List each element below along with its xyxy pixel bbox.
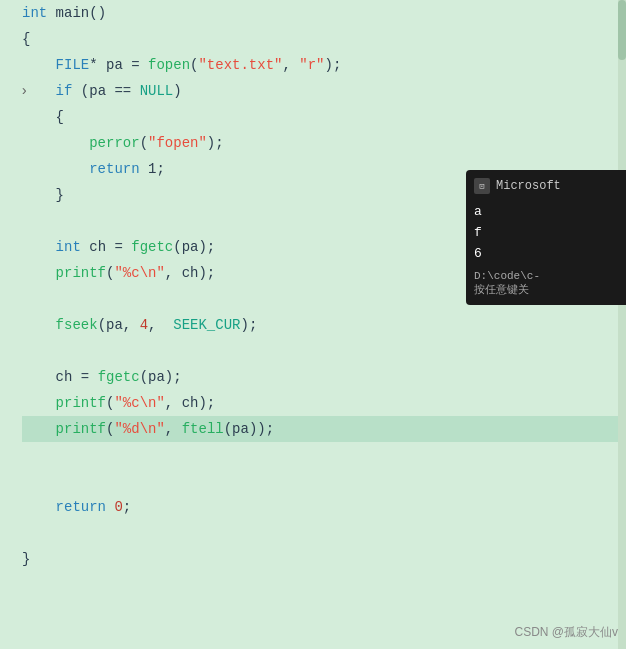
code-line <box>22 520 622 546</box>
code-text <box>22 494 56 520</box>
code-text: , <box>165 416 182 442</box>
code-text: printf <box>56 390 106 416</box>
terminal-line: f <box>474 223 618 244</box>
code-text: "%c\n" <box>114 390 164 416</box>
code-text <box>22 156 89 182</box>
code-text: fgetc <box>131 234 173 260</box>
code-text: ftell <box>182 416 224 442</box>
code-text: FILE <box>56 52 90 78</box>
code-line: } <box>22 546 622 572</box>
code-text: { <box>22 26 30 52</box>
code-text <box>22 312 56 338</box>
watermark: CSDN @孤寂大仙v <box>514 624 618 641</box>
code-text: ch = <box>22 364 98 390</box>
code-text: fgetc <box>98 364 140 390</box>
code-text: main() <box>47 0 106 26</box>
scrollbar-thumb[interactable] <box>618 0 626 60</box>
code-text: (pa, <box>98 312 140 338</box>
code-text: ); <box>240 312 257 338</box>
scrollbar[interactable] <box>618 0 626 649</box>
code-text: } <box>22 546 30 572</box>
code-line: perror("fopen"); <box>22 130 622 156</box>
code-text: , <box>282 52 299 78</box>
code-text <box>22 130 89 156</box>
code-text: "%d\n" <box>114 416 164 442</box>
code-text: perror <box>89 130 139 156</box>
code-text: return <box>89 156 139 182</box>
code-text: ( <box>106 260 114 286</box>
code-text: "fopen" <box>148 130 207 156</box>
code-text <box>22 390 56 416</box>
arrow-indicator: › <box>20 78 28 104</box>
code-text: 0 <box>114 494 122 520</box>
code-text: "%c\n" <box>114 260 164 286</box>
code-line: FILE* pa = fopen("text.txt", "r"); <box>22 52 622 78</box>
code-text: "text.txt" <box>198 52 282 78</box>
code-text: 1; <box>140 156 165 182</box>
code-text: ; <box>123 494 131 520</box>
terminal-output: a f 6 <box>474 202 618 264</box>
code-text: ); <box>325 52 342 78</box>
code-line: return 0; <box>22 494 622 520</box>
terminal-overlay: ⊡ Microsoft a f 6 D:\code\c- 按任意键关 <box>466 170 626 305</box>
code-text: printf <box>56 260 106 286</box>
code-line: { <box>22 26 622 52</box>
terminal-icon: ⊡ <box>474 178 490 194</box>
code-text <box>22 416 56 442</box>
code-text: (pa == <box>72 78 139 104</box>
code-text: fseek <box>56 312 98 338</box>
code-text: ( <box>106 416 114 442</box>
code-text: "r" <box>299 52 324 78</box>
terminal-close-text: 按任意键关 <box>474 282 618 297</box>
terminal-line: 6 <box>474 244 618 265</box>
code-editor: int main() { FILE* pa = fopen("text.txt"… <box>0 0 626 649</box>
code-text: (pa); <box>140 364 182 390</box>
terminal-path: D:\code\c- <box>474 270 618 282</box>
code-line: printf("%c\n", ch); <box>22 390 622 416</box>
code-line: fseek(pa, 4, SEEK_CUR); <box>22 312 622 338</box>
code-text: ch = <box>81 234 131 260</box>
code-text: { <box>22 104 64 130</box>
code-line: { <box>22 104 622 130</box>
code-text: (pa)); <box>224 416 274 442</box>
code-text: printf <box>56 416 106 442</box>
code-line <box>22 338 622 364</box>
code-line: ch = fgetc(pa); <box>22 364 622 390</box>
code-line: int main() <box>22 0 622 26</box>
terminal-title-bar: ⊡ Microsoft <box>474 178 618 194</box>
keyword: int <box>22 0 47 26</box>
code-text: ); <box>207 130 224 156</box>
code-line-highlighted: printf("%d\n", ftell(pa)); <box>22 416 622 442</box>
code-text: return <box>56 494 106 520</box>
terminal-line: a <box>474 202 618 223</box>
code-text: ( <box>140 130 148 156</box>
code-text: , <box>148 312 173 338</box>
code-line <box>22 468 622 494</box>
code-text: , ch); <box>165 260 215 286</box>
code-line: › if (pa == NULL) <box>22 78 622 104</box>
code-text <box>22 234 56 260</box>
code-text: SEEK_CUR <box>173 312 240 338</box>
code-text <box>22 260 56 286</box>
code-text: (pa); <box>173 234 215 260</box>
code-text: ) <box>173 78 181 104</box>
code-text: ( <box>106 390 114 416</box>
code-text: ( <box>190 52 198 78</box>
code-text: 4 <box>140 312 148 338</box>
code-text <box>22 52 56 78</box>
code-text: fopen <box>148 52 190 78</box>
code-text: , ch); <box>165 390 215 416</box>
code-text: if <box>56 78 73 104</box>
code-text <box>106 494 114 520</box>
code-line <box>22 442 622 468</box>
terminal-title: Microsoft <box>496 179 561 193</box>
code-text: NULL <box>140 78 174 104</box>
code-content: int main() { FILE* pa = fopen("text.txt"… <box>18 0 626 649</box>
code-text: } <box>22 182 64 208</box>
code-text: int <box>56 234 81 260</box>
code-text: * pa = <box>89 52 148 78</box>
